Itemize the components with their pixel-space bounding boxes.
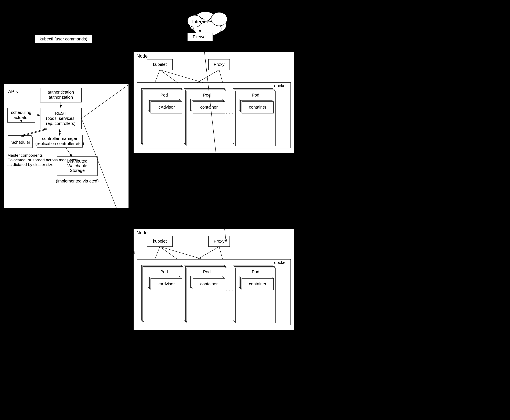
- svg-rect-48: [148, 276, 180, 287]
- node2-pod2-label: Pod: [203, 270, 211, 274]
- diagram: Internet Firewall kubectl (user commands…: [0, 0, 510, 420]
- svg-rect-39: [242, 102, 274, 113]
- svg-rect-60: [239, 276, 271, 287]
- svg-rect-50: [151, 278, 182, 290]
- svg-rect-31: [191, 99, 222, 111]
- svg-rect-26: [150, 100, 181, 112]
- svg-point-0: [194, 12, 217, 31]
- svg-point-1: [208, 16, 226, 32]
- svg-rect-32: [192, 100, 224, 112]
- node2-docker-box: [137, 259, 291, 325]
- svg-rect-61: [240, 277, 272, 289]
- svg-rect-54: [191, 276, 222, 287]
- master-footer3: as dictated by cluster size.: [8, 162, 55, 167]
- svg-line-12: [21, 129, 47, 135]
- svg-rect-25: [144, 91, 184, 146]
- node1-container1-label: container: [200, 105, 218, 109]
- storage-label2: Watchable: [67, 164, 87, 168]
- storage-sub: (implemented via etcd): [56, 179, 99, 183]
- rest-label3: rep. controllers): [46, 121, 75, 126]
- svg-rect-49: [150, 277, 181, 289]
- svg-line-41: [160, 247, 186, 266]
- svg-rect-36: [235, 91, 276, 146]
- svg-rect-23: [142, 89, 182, 143]
- scheduling-label2: actuator: [14, 115, 29, 120]
- node1-docker-label: docker: [274, 83, 287, 88]
- svg-rect-53: [187, 268, 227, 323]
- svg-rect-29: [186, 90, 226, 145]
- auth-label: authentication: [48, 90, 74, 94]
- svg-rect-37: [239, 99, 271, 111]
- svg-rect-34: [233, 89, 273, 143]
- svg-rect-28: [184, 89, 225, 143]
- node1-docker-box: [137, 82, 291, 148]
- svg-rect-62: [242, 278, 274, 290]
- svg-point-2: [189, 17, 206, 31]
- node2-label: Node: [136, 230, 148, 235]
- rest-label1: REST: [55, 111, 66, 116]
- scheduler-box1: [8, 135, 31, 146]
- svg-line-11: [82, 80, 135, 119]
- internet-cloud: [187, 12, 227, 36]
- node2-kubelet-label: kubelet: [153, 239, 167, 243]
- svg-line-17: [66, 147, 72, 157]
- svg-line-63: [82, 119, 135, 254]
- svg-point-3: [194, 21, 221, 36]
- svg-rect-45: [142, 265, 182, 320]
- firewall-label: Firewall: [193, 35, 208, 39]
- node1-cadvisor-label: cAdvisor: [158, 105, 175, 109]
- master-footer1: Master components: [8, 153, 43, 158]
- node2-cadvisor-label: cAdvisor: [158, 282, 175, 286]
- master-footer2: Colocated, or spread across machines,: [8, 158, 77, 162]
- svg-rect-55: [192, 277, 224, 289]
- svg-line-22: [219, 70, 225, 89]
- svg-rect-58: [234, 267, 274, 322]
- svg-line-13: [21, 130, 47, 136]
- auth-label2: authorization: [49, 95, 73, 99]
- storage-label1: Distributed: [67, 159, 87, 164]
- node2-container: [133, 229, 294, 330]
- svg-rect-59: [235, 268, 276, 323]
- node2-proxy-box: [209, 236, 230, 247]
- node2-dots: · · ·: [226, 287, 233, 293]
- svg-line-7: [200, 41, 226, 66]
- node1-cadvisor-box: [148, 99, 180, 111]
- svg-point-4: [211, 12, 227, 26]
- scheduling-label1: scheduling: [11, 110, 31, 115]
- controller-label2: (replication controller etc.): [35, 141, 84, 146]
- node2-pod3-label: Pod: [252, 270, 259, 274]
- node2-container1-label: container: [200, 282, 218, 286]
- svg-line-20: [160, 70, 225, 89]
- node2-docker-label: docker: [274, 260, 287, 265]
- svg-point-5: [187, 15, 202, 27]
- rest-label2: (pods, services,: [46, 116, 75, 121]
- auth-box: [40, 88, 82, 102]
- node1-pod3-label: Pod: [252, 93, 259, 97]
- kubectl-box: [35, 35, 92, 43]
- apis-label: APIs: [8, 89, 18, 94]
- node1-container: [133, 52, 294, 153]
- svg-rect-24: [143, 90, 183, 145]
- rest-box: [40, 108, 82, 129]
- svg-line-44: [219, 247, 225, 266]
- node1-pod1-label: Pod: [160, 93, 168, 97]
- internet-label: Internet: [192, 19, 208, 24]
- scheduling-box: [8, 108, 35, 122]
- svg-rect-38: [240, 100, 272, 112]
- master-container: [4, 84, 129, 209]
- node1-pod2-label: Pod: [203, 93, 211, 97]
- svg-line-8: [59, 43, 64, 99]
- node1-label: Node: [136, 53, 148, 59]
- node2-kubelet-box: [147, 236, 172, 247]
- node1-dots: · · ·: [226, 110, 233, 117]
- svg-rect-57: [233, 265, 273, 320]
- scheduler-label1: Scheduler: [10, 138, 29, 143]
- svg-line-21: [186, 70, 219, 89]
- svg-line-64: [203, 41, 226, 242]
- storage-label3: Storage: [70, 168, 85, 173]
- scheduler-label2: Scheduler: [11, 140, 30, 145]
- node1-kubelet-box: [147, 59, 172, 70]
- svg-rect-35: [234, 90, 274, 145]
- svg-rect-33: [193, 102, 225, 113]
- svg-rect-27: [151, 102, 182, 113]
